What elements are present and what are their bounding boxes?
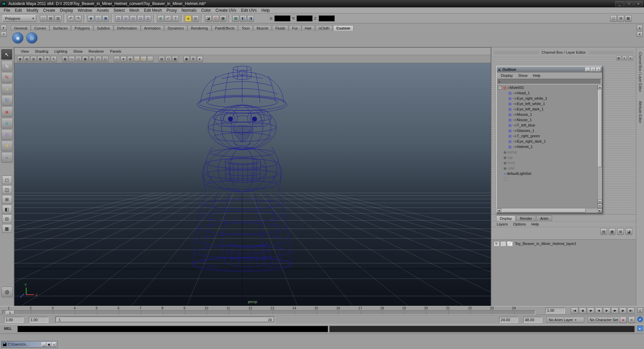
snap-to-grid-icon[interactable]: Ω — [115, 15, 122, 22]
z-input[interactable] — [319, 15, 335, 21]
layer-tab-display[interactable]: Display — [496, 215, 516, 221]
camera-attributes-icon[interactable]: ▤ — [24, 56, 30, 62]
outliner-filter-field[interactable]: ▸ — [498, 79, 601, 84]
shelf-scroll-up-button[interactable]: ▴ — [637, 25, 643, 30]
outliner-item-persp[interactable]: ◉persp — [497, 149, 597, 155]
four-pane-layout-button[interactable]: ⊞ — [2, 195, 12, 204]
snap-to-plane-icon[interactable]: Ω — [137, 15, 144, 22]
outliner-menu-display[interactable]: Display — [498, 73, 516, 78]
panel-menu-view[interactable]: View — [18, 49, 32, 53]
last-tool-icon[interactable]: ● — [1, 152, 13, 163]
save-scene-icon[interactable]: ▥ — [55, 15, 61, 22]
custom-shelf-item-2-icon[interactable]: ◎ — [26, 32, 38, 44]
layer-tab-render[interactable]: Render — [516, 215, 536, 221]
menu-file[interactable]: File — [1, 7, 12, 13]
single-pane-layout-button[interactable]: ◻ — [2, 176, 12, 184]
remote-monitor-icon[interactable]: ▯ — [637, 307, 643, 313]
menu-window[interactable]: Window — [75, 7, 95, 13]
outliner-menu-help[interactable]: Help — [530, 73, 543, 78]
output-window-close-button[interactable]: × — [52, 342, 56, 347]
menu-proxy[interactable]: Proxy — [164, 7, 179, 13]
outliner-title-bar[interactable]: ▣ Outliner _□× — [497, 66, 602, 72]
shelf-tab-curves[interactable]: Curves — [31, 25, 49, 31]
2d-pan-zoom-icon[interactable]: ⊞ — [44, 56, 50, 62]
menu-mesh[interactable]: Mesh — [127, 7, 142, 13]
xray-display-icon[interactable]: ▨ — [159, 56, 165, 62]
layer-tab-anim[interactable]: Anim — [536, 215, 552, 221]
go-to-end-button[interactable]: ▶| — [627, 307, 635, 314]
grease-pencil-icon[interactable]: ✎ — [51, 56, 57, 62]
shelf-tab-menu-button[interactable]: ▸ — [1, 25, 7, 30]
grid-toggle-icon[interactable]: ▦ — [62, 56, 68, 62]
menu-select[interactable]: Select — [111, 7, 127, 13]
make-live-icon[interactable]: ◍ — [157, 15, 164, 22]
scrollbar-track[interactable] — [586, 208, 598, 213]
ipr-render-icon[interactable]: ◫ — [212, 15, 219, 22]
snap-to-curve-icon[interactable]: Ω — [122, 15, 129, 22]
outliner-item-mole001[interactable]: −▩oMole001 — [497, 85, 597, 90]
render-view-icon[interactable]: ◪ — [205, 15, 212, 22]
menu-color[interactable]: Color — [199, 7, 213, 13]
default-lighting-icon[interactable]: ● — [134, 56, 140, 62]
outliner-item[interactable]: ◯ — [497, 176, 597, 182]
menu-create[interactable]: Create — [41, 7, 57, 13]
shelf-tab-ncloth[interactable]: nCloth — [315, 25, 333, 31]
select-component-icon[interactable]: ▣ — [102, 15, 109, 22]
image-plane-icon[interactable]: ▦ — [37, 56, 43, 62]
field-chart-icon[interactable]: ▥ — [89, 56, 95, 62]
shelf-tab-fluids[interactable]: Fluids — [272, 25, 288, 31]
shelf-tab-rendering[interactable]: Rendering — [187, 25, 211, 31]
shelf-tab-general[interactable]: General — [11, 25, 31, 31]
new-layer-assign-selected-icon[interactable]: ▦ — [609, 228, 615, 235]
shelf-tab-painteffects[interactable]: PaintEffects — [212, 25, 238, 31]
current-time-field[interactable]: 1.00 — [545, 308, 565, 313]
textured-display-icon[interactable]: ◍ — [127, 56, 133, 62]
shelf-tab-animation[interactable]: Animation — [141, 25, 164, 31]
outliner-item-t-right-green[interactable]: ▦─oT_right_green — [497, 133, 597, 139]
x-input[interactable] — [274, 15, 290, 21]
scrollbar-track[interactable] — [598, 168, 602, 199]
layer-row[interactable]: VToy_Beaver_in_Miner_Helmet_layer1 — [491, 240, 636, 247]
panel-menu-panels[interactable]: Panels — [107, 49, 124, 53]
camera-select-icon[interactable]: ◉ — [17, 56, 23, 62]
output-window-restore-button[interactable]: ▣ — [47, 342, 51, 347]
shelf-tab-subdivs[interactable]: Subdivs — [94, 25, 113, 31]
menu-assets[interactable]: Assets — [94, 7, 111, 13]
lock-selection-icon[interactable]: ● — [185, 15, 192, 22]
outliner-vertical-scrollbar[interactable]: ▲ ▲ ▼ — [597, 85, 602, 208]
outliner-close-button[interactable]: × — [596, 67, 601, 72]
wireframe-display-icon[interactable]: ◇ — [114, 56, 120, 62]
snap-to-view-icon[interactable]: Ω — [145, 15, 151, 22]
scale-tool-icon[interactable]: ■ — [1, 106, 13, 117]
minimize-button[interactable]: _ — [615, 1, 624, 6]
film-gate-icon[interactable]: ▭ — [69, 56, 75, 62]
outliner-item-eye-left-dark-1[interactable]: ▦─oEye_left_dark_1 — [497, 106, 597, 112]
bookmarks-icon[interactable]: ▥ — [31, 56, 37, 62]
move-tool-icon[interactable]: + — [1, 84, 13, 94]
universal-manipulator-tool-icon[interactable]: ◈ — [1, 118, 13, 129]
select-object-icon[interactable]: ◇ — [95, 15, 102, 22]
timeline-ticks-area[interactable]: 123456789101112131415161718192021222324 … — [2, 306, 535, 315]
shadows-toggle-icon[interactable]: ◐ — [147, 56, 153, 62]
tear-off-panel-icon[interactable]: ▣ — [183, 56, 190, 62]
expand-collapse-icon[interactable]: − — [498, 86, 502, 90]
step-back-key-button[interactable]: ◀• — [587, 307, 594, 314]
render-settings-icon[interactable]: ▦ — [220, 15, 226, 22]
select-tool-icon[interactable]: ↖ — [1, 49, 13, 60]
play-backwards-button[interactable]: ◀ — [595, 307, 602, 314]
playback-end-field[interactable]: 24.00 — [499, 317, 518, 323]
outliner-maximize-button[interactable]: □ — [591, 67, 596, 72]
multisample-icon[interactable]: ▩ — [172, 56, 178, 62]
open-scene-icon[interactable]: ▤ — [47, 15, 54, 22]
shelf-options-menu-button[interactable]: ≡ — [1, 32, 7, 37]
all-lights-icon[interactable]: ● — [141, 56, 147, 62]
panel-config-icon[interactable]: ⊞ — [190, 56, 196, 62]
layer-menu-help[interactable]: Help — [529, 222, 542, 226]
snap-to-point-icon[interactable]: Ω — [130, 15, 137, 22]
show-manipulator-tool-icon[interactable]: ✶ — [1, 141, 13, 151]
panel-menu-shading[interactable]: Shading — [32, 49, 51, 53]
menu-edit-mesh[interactable]: Edit Mesh — [142, 7, 164, 13]
shelf-tab-deformation[interactable]: Deformation — [114, 25, 141, 31]
outliner-item-eye-right-white-1[interactable]: ▦─oEye_right_white_1 — [497, 96, 597, 101]
layer-display-type-toggle[interactable] — [500, 241, 506, 246]
